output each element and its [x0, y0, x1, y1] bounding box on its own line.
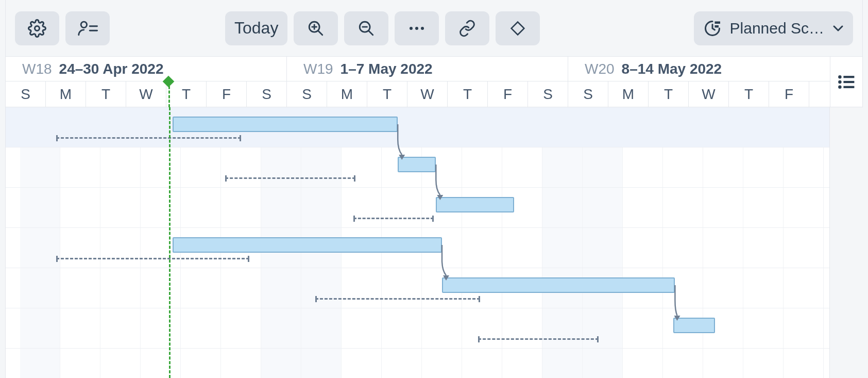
ellipsis-icon: [409, 26, 424, 31]
svg-rect-20: [843, 80, 854, 83]
day-cell: T: [729, 81, 769, 107]
svg-rect-22: [843, 86, 854, 88]
gear-icon: [28, 19, 46, 38]
svg-point-21: [838, 85, 841, 88]
day-cell: S: [568, 81, 608, 107]
svg-rect-16: [714, 25, 719, 28]
day-cell: S: [287, 81, 327, 107]
diamond-icon: [510, 21, 525, 36]
people-button[interactable]: [65, 11, 110, 45]
settings-button[interactable]: [15, 11, 59, 45]
svg-rect-14: [512, 22, 524, 35]
day-cell: W: [689, 81, 729, 107]
svg-point-12: [415, 27, 418, 30]
week-range: 24–30 Apr 2022: [59, 61, 164, 77]
week-row: W1824–30 Apr 2022W191–7 May 2022W208–14 …: [6, 57, 862, 81]
day-cell: M: [46, 81, 86, 107]
week-number: W19: [303, 61, 333, 77]
baseline-bar: [56, 258, 249, 259]
day-cell: T: [86, 81, 126, 107]
day-cell: T: [448, 81, 488, 107]
day-cell: S: [247, 81, 287, 107]
gantt-row: [6, 188, 829, 228]
baseline-bar: [225, 177, 356, 179]
svg-point-13: [421, 27, 424, 30]
day-cell: M: [327, 81, 367, 107]
week-cell: W208–14 May 2022: [568, 57, 849, 81]
link-button[interactable]: [445, 11, 489, 45]
task-bar[interactable]: [173, 117, 398, 132]
gantt-area[interactable]: [5, 107, 830, 378]
day-row: SMTWTFSSMTWTFSSMTWTF: [6, 81, 862, 107]
day-cell: M: [608, 81, 649, 107]
list-toggle-button[interactable]: [830, 57, 863, 107]
day-cell: W: [407, 81, 448, 107]
view-dropdown[interactable]: Planned Sc…: [694, 11, 853, 45]
chevron-down-icon: [832, 25, 844, 32]
svg-point-0: [35, 26, 40, 30]
task-bar[interactable]: [398, 157, 436, 172]
gantt-row: [6, 268, 829, 308]
week-range: 1–7 May 2022: [341, 61, 433, 77]
week-cell: W1824–30 Apr 2022: [6, 57, 287, 81]
today-line: [169, 107, 171, 378]
svg-point-17: [838, 75, 841, 78]
baseline-bar: [315, 298, 480, 300]
toolbar: Today Plan: [5, 0, 863, 57]
people-icon: [77, 19, 98, 38]
list-icon: [838, 75, 855, 89]
week-cell: W191–7 May 2022: [287, 57, 568, 81]
view-dropdown-label: Planned Sc…: [730, 20, 824, 37]
week-number: W20: [585, 61, 615, 77]
gantt-row: [6, 107, 829, 147]
task-bar[interactable]: [673, 318, 716, 333]
today-button[interactable]: Today: [225, 11, 287, 45]
week-range: 8–14 May 2022: [622, 61, 722, 77]
day-cell: W: [126, 81, 166, 107]
more-button[interactable]: [395, 11, 439, 45]
today-line-header: [168, 81, 170, 107]
day-cell: F: [207, 81, 247, 107]
svg-point-19: [838, 80, 841, 83]
day-cell: T: [367, 81, 407, 107]
svg-point-1: [81, 22, 87, 27]
day-cell: F: [488, 81, 528, 107]
svg-rect-15: [714, 21, 720, 24]
today-button-label: Today: [234, 19, 278, 38]
day-cell: T: [649, 81, 689, 107]
zoom-out-icon: [358, 20, 375, 37]
day-cell: S: [528, 81, 568, 107]
svg-rect-18: [843, 76, 854, 78]
timeline-header: W1824–30 Apr 2022W191–7 May 2022W208–14 …: [5, 57, 863, 107]
svg-point-11: [410, 27, 413, 30]
svg-line-5: [318, 30, 322, 35]
baseline-bar: [353, 218, 434, 219]
milestone-button[interactable]: [496, 11, 540, 45]
day-cell: S: [6, 81, 46, 107]
task-bar[interactable]: [442, 277, 675, 293]
week-number: W18: [22, 61, 52, 77]
task-bar[interactable]: [173, 237, 442, 253]
day-cell: T: [166, 81, 207, 107]
link-icon: [458, 20, 476, 37]
zoom-out-button[interactable]: [344, 11, 388, 45]
schedule-icon: [703, 19, 722, 38]
zoom-in-icon: [307, 20, 325, 37]
svg-line-9: [369, 30, 373, 35]
zoom-in-button[interactable]: [294, 11, 338, 45]
baseline-bar: [56, 137, 241, 139]
task-bar[interactable]: [436, 197, 514, 212]
baseline-bar: [478, 338, 599, 340]
day-cell: F: [769, 81, 809, 107]
